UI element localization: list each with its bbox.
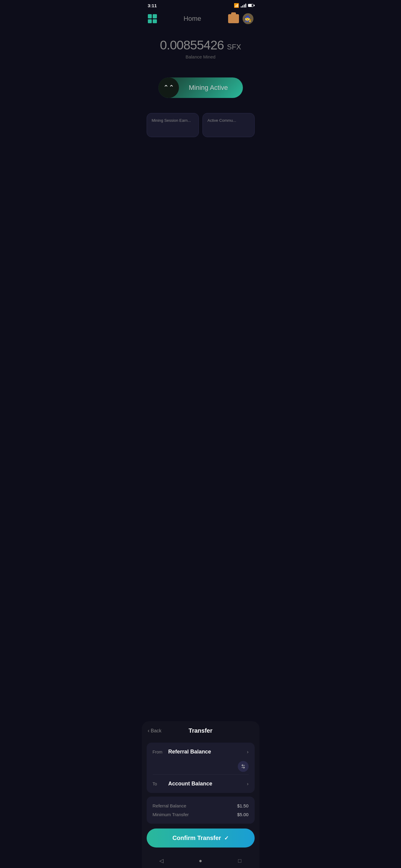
mining-session-label: Mining Session Earn... bbox=[152, 118, 194, 123]
balance-label: Balance Mined bbox=[148, 54, 254, 59]
mining-label: Mining Active bbox=[179, 84, 243, 92]
chevron-up-icon: ⌃⌃ bbox=[163, 84, 174, 91]
mining-session-card[interactable]: Mining Session Earn... bbox=[147, 113, 199, 137]
status-bar: 3:11 📶 bbox=[142, 0, 259, 11]
status-time: 3:11 bbox=[148, 3, 157, 8]
balance-display: 0.00855426 SFX bbox=[148, 38, 254, 53]
balance-section: 0.00855426 SFX Balance Mined bbox=[142, 29, 259, 65]
status-icons: 📶 bbox=[234, 3, 254, 8]
wallet-icon[interactable] bbox=[228, 14, 239, 23]
balance-currency: SFX bbox=[227, 43, 241, 51]
mining-icon: ⌃⌃ bbox=[159, 78, 179, 98]
signal-bars-icon bbox=[241, 3, 246, 7]
active-community-card[interactable]: Active Commu... bbox=[202, 113, 255, 137]
page-title: Home bbox=[183, 15, 201, 23]
balance-amount: 0.00855426 bbox=[160, 38, 224, 52]
wifi-icon: 📶 bbox=[234, 3, 239, 8]
battery-icon bbox=[248, 4, 254, 7]
active-community-label: Active Commu... bbox=[208, 118, 250, 123]
cards-row: Mining Session Earn... Active Commu... bbox=[142, 107, 259, 137]
avatar[interactable]: 🧙 bbox=[242, 13, 254, 24]
mining-button-wrapper: ⌃⌃ Mining Active bbox=[142, 65, 259, 107]
nav-right-icons: 🧙 bbox=[228, 13, 254, 24]
top-nav: Home 🧙 bbox=[142, 11, 259, 29]
qr-button[interactable] bbox=[148, 14, 157, 23]
mining-active-button[interactable]: ⌃⌃ Mining Active bbox=[159, 78, 243, 98]
